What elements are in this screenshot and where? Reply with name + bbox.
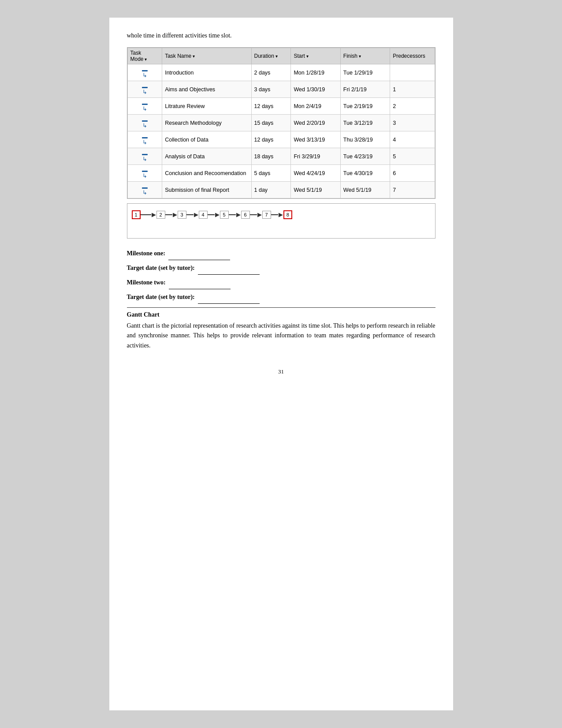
section-divider xyxy=(127,307,435,308)
gantt-line-6 xyxy=(250,214,257,215)
table-row: ↳ Litrature Review12 daysMon 2/4/19Tue 2… xyxy=(127,98,435,115)
gantt-node-4: 4 xyxy=(199,211,208,219)
table-row: ↳ Introduction2 daysMon 1/28/19Tue 1/29/… xyxy=(127,64,435,81)
finish-cell: Fri 2/1/19 xyxy=(340,81,390,98)
finish-cell: Tue 4/23/19 xyxy=(340,148,390,165)
gantt-node-3: 3 xyxy=(178,211,186,219)
task-mode-icon: ↳ xyxy=(142,70,148,78)
gantt-arrow-4: ▶ xyxy=(215,211,220,218)
start-cell: Mon 2/4/19 xyxy=(291,98,340,115)
table-row: ↳ Submission of final Report1 dayWed 5/1… xyxy=(127,182,435,198)
gantt-arrow-6: ▶ xyxy=(257,211,262,218)
gantt-line-4 xyxy=(208,214,215,215)
gantt-arrow-3: ▶ xyxy=(194,211,198,218)
gantt-line-3 xyxy=(186,214,194,215)
table-row: ↳ Research Methodology15 daysWed 2/20/19… xyxy=(127,115,435,131)
milestone-one-label: Milestone one: xyxy=(127,250,165,257)
gantt-node-1: 1 xyxy=(132,210,141,219)
task-mode-cell: ↳ xyxy=(127,148,162,165)
gantt-chart-heading: Gantt Chart xyxy=(127,311,435,318)
col-header-finish[interactable]: Finish xyxy=(340,48,390,64)
task-mode-icon: ↳ xyxy=(142,154,148,162)
gantt-line-7 xyxy=(271,214,278,215)
task-name-cell: Conclusion and Recoomendation xyxy=(162,165,251,182)
duration-cell: 3 days xyxy=(251,81,291,98)
gantt-node-5: 5 xyxy=(220,211,229,219)
task-mode-icon: ↳ xyxy=(142,104,148,112)
predecessors-cell: 5 xyxy=(390,148,435,165)
gantt-arrow-2: ▶ xyxy=(173,211,177,218)
gantt-bar-area: 1 ▶ 2 ▶ 3 ▶ 4 ▶ 5 ▶ 6 ▶ 7 xyxy=(127,203,435,239)
gantt-node-6: 6 xyxy=(241,211,250,219)
task-name-cell: Analysis of Data xyxy=(162,148,251,165)
predecessors-cell: 2 xyxy=(390,98,435,115)
task-mode-cell: ↳ xyxy=(127,131,162,148)
gantt-node-7: 7 xyxy=(262,211,271,219)
task-mode-cell: ↳ xyxy=(127,64,162,81)
col-header-start[interactable]: Start xyxy=(291,48,340,64)
page-number: 31 xyxy=(127,368,435,375)
predecessors-cell: 4 xyxy=(390,131,435,148)
predecessors-cell xyxy=(390,64,435,81)
start-cell: Wed 5/1/19 xyxy=(291,182,340,198)
duration-cell: 15 days xyxy=(251,115,291,131)
start-cell: Wed 1/30/19 xyxy=(291,81,340,98)
target-date-one-blank xyxy=(198,262,260,275)
gantt-table: TaskMode Task Name Duration Start Finish… xyxy=(127,48,435,198)
task-mode-cell: ↳ xyxy=(127,81,162,98)
col-header-task-mode[interactable]: TaskMode xyxy=(127,48,162,64)
gantt-arrow-7: ▶ xyxy=(279,211,283,218)
gantt-line-5 xyxy=(229,214,236,215)
table-row: ↳ Collection of Data12 daysWed 3/13/19Th… xyxy=(127,131,435,148)
gantt-node-2: 2 xyxy=(156,211,165,219)
gantt-line-1 xyxy=(141,214,151,215)
finish-cell: Tue 2/19/19 xyxy=(340,98,390,115)
task-mode-cell: ↳ xyxy=(127,182,162,198)
finish-cell: Wed 5/1/19 xyxy=(340,182,390,198)
task-mode-cell: ↳ xyxy=(127,165,162,182)
duration-cell: 12 days xyxy=(251,98,291,115)
start-cell: Wed 4/24/19 xyxy=(291,165,340,182)
task-mode-icon: ↳ xyxy=(142,137,148,146)
task-name-cell: Introduction xyxy=(162,64,251,81)
target-date-two-label: Target date (set by tutor): xyxy=(127,294,195,300)
target-date-one-line: Target date (set by tutor): xyxy=(127,262,435,275)
target-date-two-blank xyxy=(198,291,260,304)
task-mode-icon: ↳ xyxy=(142,120,148,129)
gantt-node-8: 8 xyxy=(283,210,292,219)
gantt-table-wrapper: TaskMode Task Name Duration Start Finish… xyxy=(127,47,435,199)
gantt-bar-row: 1 ▶ 2 ▶ 3 ▶ 4 ▶ 5 ▶ 6 ▶ 7 xyxy=(130,208,432,221)
col-header-task-name[interactable]: Task Name xyxy=(162,48,251,64)
task-name-cell: Aims and Objectives xyxy=(162,81,251,98)
finish-cell: Tue 3/12/19 xyxy=(340,115,390,131)
task-name-cell: Litrature Review xyxy=(162,98,251,115)
milestone-one-line: Milestone one: xyxy=(127,247,435,260)
target-date-one-label: Target date (set by tutor): xyxy=(127,265,195,271)
milestones-section: Milestone one: Target date (set by tutor… xyxy=(127,247,435,304)
task-mode-icon: ↳ xyxy=(142,87,148,95)
finish-cell: Tue 1/29/19 xyxy=(340,64,390,81)
milestone-two-label: Milestone two: xyxy=(127,279,166,286)
table-row: ↳ Conclusion and Recoomendation5 daysWed… xyxy=(127,165,435,182)
start-cell: Fri 3/29/19 xyxy=(291,148,340,165)
task-mode-cell: ↳ xyxy=(127,98,162,115)
target-date-two-line: Target date (set by tutor): xyxy=(127,291,435,304)
predecessors-cell: 3 xyxy=(390,115,435,131)
duration-cell: 12 days xyxy=(251,131,291,148)
col-header-duration[interactable]: Duration xyxy=(251,48,291,64)
predecessors-cell: 7 xyxy=(390,182,435,198)
milestone-one-blank xyxy=(168,247,230,260)
gantt-line-2 xyxy=(165,214,172,215)
task-name-cell: Collection of Data xyxy=(162,131,251,148)
start-cell: Wed 2/20/19 xyxy=(291,115,340,131)
intro-text: whole time in different activities time … xyxy=(127,31,435,40)
table-row: ↳ Aims and Objectives3 daysWed 1/30/19Fr… xyxy=(127,81,435,98)
task-name-cell: Submission of final Report xyxy=(162,182,251,198)
start-cell: Mon 1/28/19 xyxy=(291,64,340,81)
predecessors-cell: 1 xyxy=(390,81,435,98)
task-name-cell: Research Methodology xyxy=(162,115,251,131)
gantt-chart-body: Gantt chart is the pictorial representat… xyxy=(127,321,435,351)
predecessors-cell: 6 xyxy=(390,165,435,182)
task-mode-cell: ↳ xyxy=(127,115,162,131)
gantt-chart-section: Gantt Chart Gantt chart is the pictorial… xyxy=(127,311,435,351)
